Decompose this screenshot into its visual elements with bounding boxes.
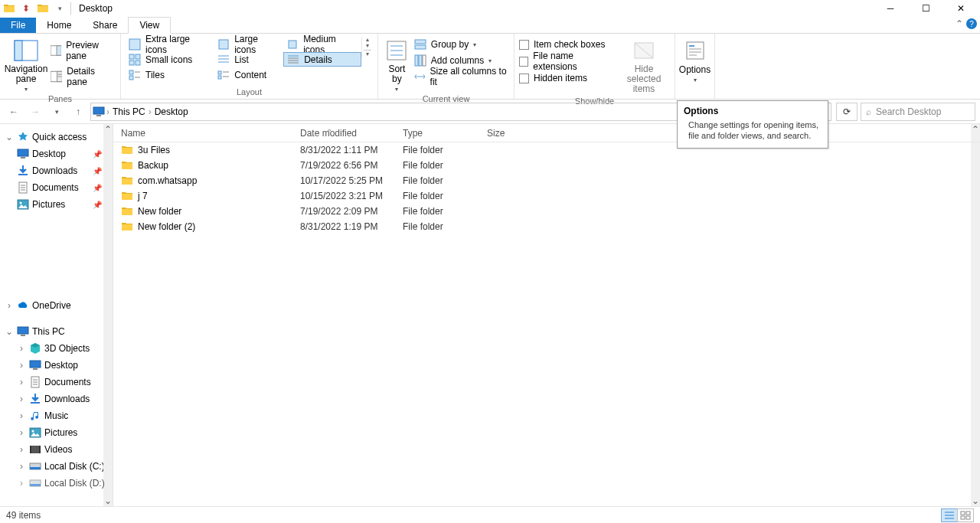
up-button[interactable]: ↑ xyxy=(69,103,87,121)
tree-desktop-pc[interactable]: ›Desktop xyxy=(0,357,113,374)
group-by-button[interactable]: Group by▾ xyxy=(414,37,509,52)
pin-icon: 📌 xyxy=(93,184,102,192)
refresh-button[interactable]: ⟳ xyxy=(836,103,858,121)
folder-icon xyxy=(121,144,133,156)
content-scrollbar[interactable]: ⌃⌄ xyxy=(971,124,980,506)
layout-list[interactable]: List xyxy=(214,52,283,67)
table-row[interactable]: 3u Files8/31/2022 1:11 PMFile folder xyxy=(113,142,980,158)
file-name-extensions-toggle[interactable]: File name extensions xyxy=(519,54,615,69)
sort-by-button[interactable]: Sort by ▾ xyxy=(383,37,411,93)
svg-rect-52 xyxy=(423,55,426,66)
svg-rect-64 xyxy=(966,512,970,515)
item-check-boxes-toggle[interactable]: Item check boxes xyxy=(519,37,615,52)
hide-selected-button[interactable]: Hide selected items xyxy=(618,37,670,95)
file-type: File folder xyxy=(403,175,487,186)
status-items-count: 49 items xyxy=(6,510,41,521)
minimize-button[interactable]: ─ xyxy=(873,0,908,17)
svg-rect-59 xyxy=(689,54,697,56)
chevron-right-icon[interactable] xyxy=(149,106,152,117)
pin-icon: 📌 xyxy=(93,167,102,175)
table-row[interactable]: Backup7/19/2022 6:56 PMFile folder xyxy=(113,158,980,173)
qat-folder-icon[interactable] xyxy=(2,2,17,15)
layout-details[interactable]: Details xyxy=(283,52,361,67)
file-date: 8/31/2022 1:11 PM xyxy=(300,145,403,155)
ribbon-collapse-icon[interactable]: ⌃ xyxy=(956,18,963,29)
tree-documents-qa[interactable]: Documents📌 xyxy=(0,179,113,196)
qat-dropdown-icon[interactable]: ▾ xyxy=(52,2,67,15)
tree-pictures-pc[interactable]: ›Pictures xyxy=(0,424,113,441)
col-size[interactable]: Size xyxy=(487,128,579,139)
folder-icon xyxy=(121,190,133,202)
titlebar: ⬍ ▾ Desktop ─ ☐ ✕ xyxy=(0,0,980,17)
tree-documents-pc[interactable]: ›Documents xyxy=(0,374,113,391)
tab-share[interactable]: Share xyxy=(82,18,128,33)
chevron-right-icon[interactable] xyxy=(106,106,109,117)
qat-folder2-icon[interactable] xyxy=(35,2,51,15)
tree-quick-access[interactable]: ⌄Quick access xyxy=(0,129,113,145)
tab-file[interactable]: File xyxy=(0,18,36,33)
layout-large[interactable]: Large icons xyxy=(214,37,283,51)
layout-medium[interactable]: Medium icons xyxy=(283,37,361,51)
layout-gallery-dropdown[interactable]: ▴▾▾ xyxy=(361,37,373,57)
qat-pin-icon[interactable]: ⬍ xyxy=(18,2,34,15)
table-row[interactable]: New folder7/19/2022 2:09 PMFile folder xyxy=(113,204,980,219)
navigation-tree: ⌃⌄ ⌄Quick access Desktop📌 Downloads📌 Doc… xyxy=(0,124,113,506)
svg-rect-58 xyxy=(689,51,701,53)
tree-onedrive[interactable]: ›OneDrive xyxy=(0,297,113,314)
tree-3d-objects[interactable]: ›3D Objects xyxy=(0,340,113,357)
file-type: File folder xyxy=(403,206,487,217)
sort-indicator-icon: ⌃ xyxy=(326,128,332,136)
crumb-desktop[interactable]: Desktop xyxy=(153,106,190,117)
options-button[interactable]: Options ▾ xyxy=(677,37,713,83)
tree-pictures-qa[interactable]: Pictures📌 xyxy=(0,196,113,213)
svg-rect-39 xyxy=(289,41,296,48)
column-headers[interactable]: Name ⌃ Date modified Type Size xyxy=(113,124,980,142)
help-icon[interactable]: ? xyxy=(966,18,977,29)
layout-tiles[interactable]: Tiles xyxy=(126,67,214,82)
table-row[interactable]: New folder (2)8/31/2022 1:19 PMFile fold… xyxy=(113,219,980,234)
pin-icon: 📌 xyxy=(93,201,102,209)
view-details-toggle[interactable] xyxy=(941,508,958,522)
file-name: com.whatsapp xyxy=(138,175,197,186)
crumb-this-pc[interactable]: This PC xyxy=(111,106,147,117)
svg-rect-51 xyxy=(419,55,422,66)
svg-rect-48 xyxy=(415,40,426,44)
tab-home[interactable]: Home xyxy=(36,18,82,33)
tree-local-disk-c[interactable]: ›Local Disk (C:) xyxy=(0,458,113,475)
tree-local-disk-d[interactable]: ›Local Disk (D:) xyxy=(0,475,113,492)
tree-desktop-qa[interactable]: Desktop📌 xyxy=(0,145,113,162)
tree-downloads-qa[interactable]: Downloads📌 xyxy=(0,162,113,179)
layout-extra-large[interactable]: Extra large icons xyxy=(126,37,214,51)
svg-rect-37 xyxy=(218,76,221,79)
hidden-items-toggle[interactable]: Hidden items xyxy=(519,70,615,86)
layout-content[interactable]: Content xyxy=(214,67,283,82)
svg-rect-56 xyxy=(689,45,694,47)
view-large-toggle[interactable] xyxy=(957,508,974,522)
back-button[interactable]: ← xyxy=(5,103,23,121)
table-row[interactable]: j 710/15/2022 3:21 PMFile folder xyxy=(113,188,980,204)
search-input[interactable]: ⌕ Search Desktop xyxy=(861,103,975,121)
navigation-pane-button[interactable]: Navigation pane ▾ xyxy=(5,37,47,93)
details-pane-button[interactable]: Details pane xyxy=(51,66,116,87)
col-name[interactable]: Name xyxy=(113,128,300,139)
svg-rect-63 xyxy=(961,512,965,515)
recent-dropdown[interactable]: ▾ xyxy=(47,103,66,121)
ribbon: Navigation pane ▾ Preview pane Details p… xyxy=(0,34,980,100)
table-row[interactable]: com.whatsapp10/17/2022 5:25 PMFile folde… xyxy=(113,173,980,188)
maximize-button[interactable]: ☐ xyxy=(908,0,943,17)
tree-music[interactable]: ›Music xyxy=(0,407,113,424)
forward-button[interactable]: → xyxy=(26,103,44,121)
col-date[interactable]: Date modified xyxy=(300,128,403,139)
layout-small[interactable]: Small icons xyxy=(126,52,214,67)
close-button[interactable]: ✕ xyxy=(943,0,978,17)
tree-downloads-pc[interactable]: ›Downloads xyxy=(0,391,113,407)
tree-videos[interactable]: ›Videos xyxy=(0,441,113,458)
tab-view[interactable]: View xyxy=(128,17,171,34)
size-columns-button[interactable]: Size all columns to fit xyxy=(414,69,509,84)
preview-pane-button[interactable]: Preview pane xyxy=(51,40,116,61)
col-type[interactable]: Type xyxy=(403,128,487,139)
sidebar-scrollbar[interactable]: ⌃⌄ xyxy=(103,124,113,506)
file-name: New folder (2) xyxy=(138,221,195,232)
address-bar: ← → ▾ ↑ This PC Desktop ⟳ ⌕ Search Deskt… xyxy=(0,100,980,124)
tree-this-pc[interactable]: ⌄This PC xyxy=(0,323,113,340)
